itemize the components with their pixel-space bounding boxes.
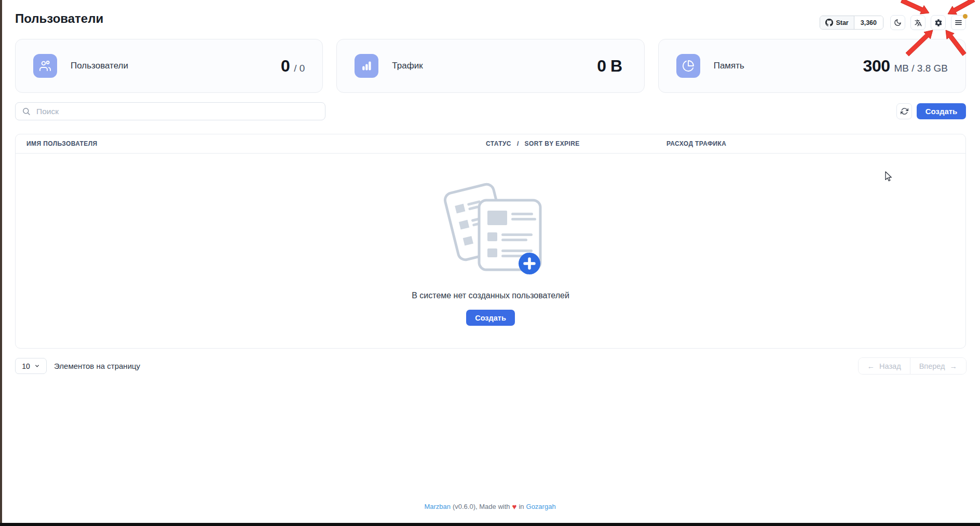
footer-in-text: in: [519, 503, 524, 510]
menu-button[interactable]: [951, 15, 966, 30]
stat-card-value: 300: [863, 57, 890, 76]
moon-icon: [894, 19, 902, 26]
next-page-button[interactable]: Вперед →: [910, 358, 966, 374]
stat-card-users: Пользователи 0 / 0: [15, 39, 323, 93]
stat-card-memory: Память 300 MB / 3.8 GB: [658, 39, 966, 93]
topbar: Star 3,360: [820, 15, 966, 30]
pagination-buttons: ← Назад Вперед →: [858, 357, 967, 375]
column-traffic[interactable]: РАСХОД ТРАФИКА: [666, 140, 965, 147]
page-title: Пользователи: [15, 11, 103, 26]
heart-icon: ♥: [512, 503, 517, 510]
pie-chart-icon: [676, 54, 700, 78]
settings-button[interactable]: [931, 15, 946, 30]
marzban-link[interactable]: Marzban: [424, 503, 451, 510]
create-button[interactable]: Создать: [917, 103, 966, 119]
page-size-label: Элементов на страницу: [54, 358, 140, 374]
users-icon: [33, 54, 57, 78]
users-table: ИМЯ ПОЛЬЗОВАТЕЛЯ СТАТУС / SORT BY EXPIRE…: [15, 134, 966, 349]
bar-chart-icon: [355, 54, 378, 78]
refresh-icon: [901, 107, 908, 115]
stat-card-label: Память: [714, 61, 744, 71]
page-size-select[interactable]: 10: [15, 358, 47, 374]
prev-page-label: Назад: [879, 362, 901, 370]
page-size-value: 10: [22, 362, 30, 370]
chevron-down-icon: [34, 363, 40, 369]
footer-version-text: (v0.6.0), Made with: [453, 503, 510, 510]
stat-card-label: Трафик: [392, 61, 423, 71]
window-edge-bottom: [0, 523, 980, 526]
translate-icon: [914, 19, 922, 27]
hamburger-icon: [955, 19, 962, 26]
column-divider: /: [517, 140, 519, 147]
dark-mode-button[interactable]: [890, 15, 905, 30]
notification-dot: [963, 14, 968, 19]
github-star-label: Star: [836, 19, 848, 26]
empty-create-button[interactable]: Создать: [466, 310, 515, 326]
column-sort-by-expire[interactable]: SORT BY EXPIRE: [525, 140, 580, 147]
gozargah-link[interactable]: Gozargah: [526, 503, 556, 510]
search-box: [15, 102, 325, 120]
window-edge-left: [0, 0, 2, 526]
github-icon: [825, 19, 833, 26]
add-plus-icon: [519, 253, 540, 274]
github-star-count: 3,360: [854, 16, 883, 29]
stat-card-value: 0: [281, 57, 290, 76]
right-arrow-icon: →: [950, 362, 958, 370]
gear-icon: [934, 19, 943, 27]
column-status[interactable]: СТАТУС: [486, 140, 511, 147]
stat-card-suffix: MB / 3.8 GB: [894, 63, 948, 74]
table-header: ИМЯ ПОЛЬЗОВАТЕЛЯ СТАТУС / SORT BY EXPIRE…: [16, 134, 965, 154]
prev-page-button[interactable]: ← Назад: [859, 358, 910, 374]
footer: Marzban (v0.6.0), Made with ♥ in Gozarga…: [0, 503, 980, 510]
refresh-button[interactable]: [896, 103, 912, 119]
language-button[interactable]: [910, 15, 925, 30]
next-page-label: Вперед: [919, 362, 945, 370]
github-star-button[interactable]: Star 3,360: [820, 16, 883, 30]
empty-state: В системе нет созданных пользователей Со…: [16, 154, 965, 326]
stat-card-value: 0 B: [597, 57, 622, 76]
column-username[interactable]: ИМЯ ПОЛЬЗОВАТЕЛЯ: [16, 140, 486, 147]
stat-cards: Пользователи 0 / 0 Трафик 0 B Память 300…: [15, 39, 966, 93]
search-input[interactable]: [15, 102, 325, 120]
left-arrow-icon: ←: [867, 362, 875, 370]
empty-documents-illustration: [439, 181, 542, 276]
stat-card-label: Пользователи: [71, 61, 128, 71]
search-icon: [22, 107, 31, 118]
stat-card-traffic: Трафик 0 B: [336, 39, 644, 93]
empty-message: В системе нет созданных пользователей: [412, 291, 569, 300]
stat-card-suffix: / 0: [294, 63, 305, 74]
